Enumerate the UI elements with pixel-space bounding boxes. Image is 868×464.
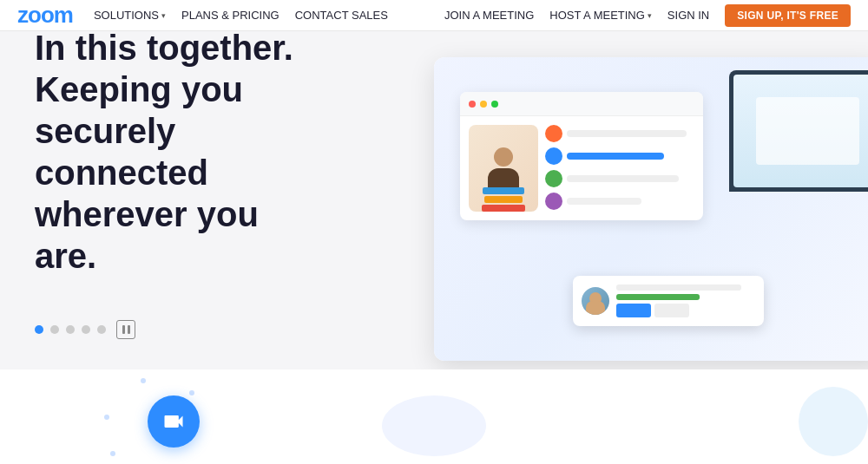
book-blue <box>483 187 524 194</box>
notif-status <box>616 294 700 300</box>
chat-messages <box>545 125 694 212</box>
chevron-down-icon: ▾ <box>161 11 166 20</box>
chat-row-4 <box>545 193 694 210</box>
chat-bubble-1 <box>567 130 687 137</box>
window-dot-red <box>469 101 476 108</box>
navbar: zoom SOLUTIONS ▾ PLANS & PRICING CONTACT… <box>0 0 868 31</box>
window-dot-green <box>491 101 498 108</box>
window-dot-yellow <box>480 101 487 108</box>
hero-carousel-dots <box>35 320 365 339</box>
chat-row-2 <box>545 147 694 165</box>
chat-avatar-green <box>545 170 562 187</box>
nav-right-links: JOIN A MEETING HOST A MEETING ▾ SIGN IN … <box>444 4 851 27</box>
carousel-dot-3[interactable] <box>66 325 75 334</box>
carousel-dot-2[interactable] <box>50 325 59 334</box>
notif-decline-btn[interactable] <box>654 304 689 317</box>
notif-actions <box>616 304 755 317</box>
ring-dot-2 <box>141 378 146 383</box>
bottom-circle-center <box>382 395 486 456</box>
book-red <box>482 205 525 212</box>
zoom-wordmark: zoom <box>17 2 73 29</box>
carousel-dot-4[interactable] <box>82 325 90 334</box>
logo[interactable]: zoom <box>17 2 73 29</box>
carousel-dot-1[interactable] <box>35 325 43 334</box>
hero-right <box>399 31 868 369</box>
chat-body <box>460 116 703 220</box>
laptop-screen <box>733 75 868 187</box>
nav-plans-pricing[interactable]: PLANS & PRICING <box>181 9 279 22</box>
nav-solutions[interactable]: SOLUTIONS ▾ <box>94 9 166 22</box>
hero-mockup <box>434 57 868 361</box>
nav-host-meeting[interactable]: HOST A MEETING ▾ <box>549 9 652 22</box>
notif-line-1 <box>616 284 741 291</box>
camera-icon-circle <box>148 395 200 448</box>
chat-header <box>460 92 703 116</box>
nav-sign-in[interactable]: SIGN IN <box>667 9 709 22</box>
pause-button[interactable] <box>116 320 135 339</box>
avatar-head <box>494 147 513 167</box>
chat-avatar-orange <box>545 125 562 142</box>
ring-dot-3 <box>110 451 115 456</box>
chevron-down-icon: ▾ <box>648 11 652 20</box>
chat-bubble-2 <box>567 153 664 160</box>
chat-row-3 <box>545 170 694 187</box>
bottom-section <box>0 369 868 464</box>
laptop-mockup <box>729 70 868 192</box>
screen-content <box>756 97 859 165</box>
chat-user-avatar <box>469 125 538 212</box>
ring-dot-5 <box>189 390 194 395</box>
nav-join-meeting[interactable]: JOIN A MEETING <box>444 9 534 22</box>
carousel-dot-5[interactable] <box>97 325 106 334</box>
camera-icon-svg <box>161 409 186 434</box>
nav-contact-sales[interactable]: CONTACT SALES <box>295 9 388 22</box>
book-stack <box>482 187 525 212</box>
hero-left: In this together.Keeping you securelycon… <box>0 31 399 369</box>
notif-accept-btn[interactable] <box>616 304 651 317</box>
signup-button[interactable]: SIGN UP, IT'S FREE <box>725 4 851 27</box>
pause-icon <box>122 325 130 334</box>
mockup-inner <box>434 57 868 361</box>
chat-row-1 <box>545 125 694 142</box>
chat-bubble-4 <box>567 198 641 205</box>
ring-dot-1 <box>104 415 109 420</box>
notification-panel <box>573 276 764 326</box>
chat-bubble-3 <box>567 175 679 182</box>
notif-person-body <box>586 301 605 315</box>
book-yellow <box>484 196 523 203</box>
hero-title: In this together.Keeping you securelycon… <box>35 31 365 277</box>
chat-avatar-purple <box>545 193 562 210</box>
bottom-circle-right <box>799 387 868 456</box>
hero-section: In this together.Keeping you securelycon… <box>0 31 868 369</box>
nav-left-links: SOLUTIONS ▾ PLANS & PRICING CONTACT SALE… <box>94 9 444 22</box>
notif-content <box>616 284 755 317</box>
chat-panel-mockup <box>460 92 703 220</box>
chat-avatar-blue <box>545 147 562 165</box>
notif-avatar <box>582 287 609 315</box>
